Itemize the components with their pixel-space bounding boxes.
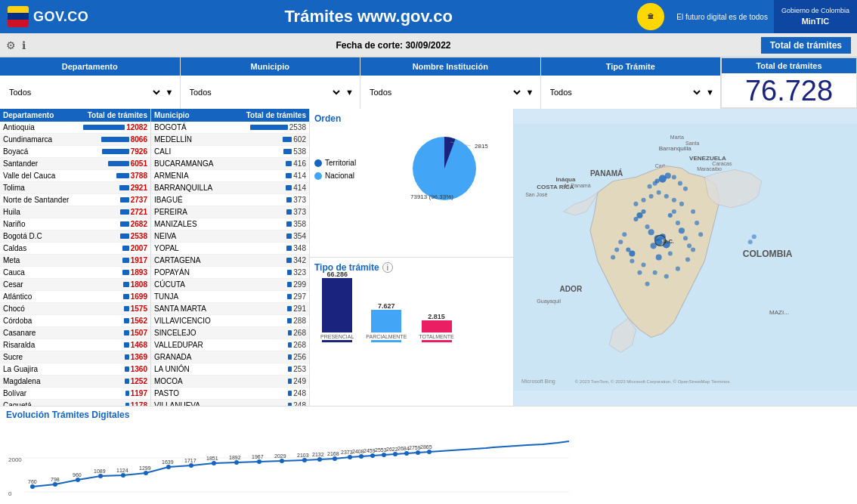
municipio-select[interactable]: Todos bbox=[187, 87, 343, 97]
table-row[interactable]: PASTO 248 bbox=[151, 388, 309, 400]
table-row[interactable]: Atlántico 1699 bbox=[0, 291, 150, 303]
dept-total: 2682 bbox=[77, 218, 150, 230]
table-row[interactable]: MANIZALES 358 bbox=[151, 218, 309, 230]
dropdown-arrow3: ▼ bbox=[526, 88, 534, 97]
info-circle-icon[interactable]: i bbox=[382, 262, 393, 273]
info-icon[interactable]: ℹ bbox=[22, 39, 26, 51]
svg-text:Ináqua: Ináqua bbox=[555, 176, 575, 183]
table-row[interactable]: GRANADA 256 bbox=[151, 351, 309, 363]
table-row[interactable]: Antioquia 12082 bbox=[0, 122, 150, 134]
svg-point-71 bbox=[752, 234, 756, 239]
fecha-corte: Fecha de corte: 30/09/2022 bbox=[32, 40, 755, 51]
table-row[interactable]: PEREIRA 373 bbox=[151, 206, 309, 218]
svg-text:1124: 1124 bbox=[116, 468, 128, 473]
table-row[interactable]: Sucre 1369 bbox=[0, 351, 150, 363]
dept-total: 7926 bbox=[77, 146, 150, 158]
svg-point-48 bbox=[657, 190, 661, 195]
table-row[interactable]: Risaralda 1468 bbox=[0, 339, 150, 351]
total-label: Total de trámites bbox=[722, 58, 856, 73]
table-row[interactable]: LA UNIÓN 253 bbox=[151, 363, 309, 376]
page-title: Trámites www.gov.co bbox=[106, 0, 631, 33]
dept-name: Chocó bbox=[0, 303, 77, 315]
total-col-header: Total de trámites bbox=[77, 109, 150, 122]
table-row[interactable]: MEDELLÍN 602 bbox=[151, 134, 309, 146]
table-row[interactable]: POPAYÁN 323 bbox=[151, 267, 309, 279]
table-row[interactable]: CÚCUTA 299 bbox=[151, 279, 309, 291]
svg-point-30 bbox=[672, 175, 676, 180]
svg-point-60 bbox=[641, 263, 645, 267]
table-row[interactable]: IBAGUÉ 373 bbox=[151, 194, 309, 206]
dept-col-header: Departamento bbox=[0, 109, 77, 122]
pie-chart: 2815 (3.67%) 73913 (96.33%) bbox=[399, 127, 490, 212]
dept-name: Nariño bbox=[0, 218, 77, 230]
mun-name: CARTAGENA bbox=[151, 255, 230, 267]
table-row[interactable]: MOCOA 249 bbox=[151, 376, 309, 388]
svg-text:© 2023 TomTom, © 2023 Microsof: © 2023 TomTom, © 2023 Microsoft Corporat… bbox=[575, 379, 730, 384]
table-row[interactable]: VALLEDUPAR 268 bbox=[151, 339, 309, 351]
table-row[interactable]: BUCARAMANGA 416 bbox=[151, 158, 309, 170]
table-row[interactable]: NEIVA 354 bbox=[151, 230, 309, 243]
table-row[interactable]: SINCELEJO 268 bbox=[151, 327, 309, 339]
dept-name: Bolívar bbox=[0, 388, 77, 400]
table-row[interactable]: VILLANUEVA 248 bbox=[151, 400, 309, 407]
evo-dot bbox=[317, 457, 322, 462]
table-row[interactable]: VILLAVICENCIO 288 bbox=[151, 315, 309, 327]
svg-text:1967: 1967 bbox=[252, 454, 264, 459]
svg-point-40 bbox=[687, 243, 691, 248]
table-row[interactable]: La Guajira 1360 bbox=[0, 363, 150, 376]
toolbar: ⚙ ℹ Fecha de corte: 30/09/2022 Total de … bbox=[0, 33, 857, 57]
mun-total: 288 bbox=[230, 315, 309, 327]
table-row[interactable]: Caquetá 1178 bbox=[0, 400, 150, 407]
table-row[interactable]: Córdoba 1562 bbox=[0, 315, 150, 327]
table-row[interactable]: Cundinamarca 8066 bbox=[0, 134, 150, 146]
table-row[interactable]: Tolima 2921 bbox=[0, 182, 150, 194]
institucion-select[interactable]: Todos bbox=[367, 87, 523, 97]
parcialmente-bar-group: 7.627 PARCIALMENTE bbox=[366, 302, 407, 342]
table-row[interactable]: CARTAGENA 342 bbox=[151, 255, 309, 267]
table-row[interactable]: Meta 1917 bbox=[0, 255, 150, 267]
svg-text:2029: 2029 bbox=[274, 453, 286, 459]
dept-name: Antioquia bbox=[0, 122, 77, 134]
table-row[interactable]: Magdalena 1252 bbox=[0, 376, 150, 388]
table-row[interactable]: TUNJA 297 bbox=[151, 291, 309, 303]
table-row[interactable]: YOPAL 348 bbox=[151, 243, 309, 255]
table-row[interactable]: Santander 6051 bbox=[0, 158, 150, 170]
mun-name: PASTO bbox=[151, 388, 230, 400]
dept-name: Boyacá bbox=[0, 146, 77, 158]
table-row[interactable]: BOGOTÁ 2538 bbox=[151, 122, 309, 134]
table-row[interactable]: ARMENIA 414 bbox=[151, 170, 309, 182]
dept-name: Valle del Cauca bbox=[0, 170, 77, 182]
evo-dot bbox=[234, 460, 239, 465]
dept-name: Meta bbox=[0, 255, 77, 267]
svg-text:760: 760 bbox=[28, 479, 37, 484]
table-row[interactable]: Huila 2721 bbox=[0, 206, 150, 218]
departamento-select[interactable]: Todos bbox=[6, 87, 162, 97]
upper-row: Departamento Total de trámites Antioquia… bbox=[0, 109, 857, 406]
table-row[interactable]: Caldas 2007 bbox=[0, 243, 150, 255]
filter-icon[interactable]: ⚙ bbox=[6, 39, 16, 51]
tipo-tramite-select[interactable]: Todos bbox=[547, 87, 704, 97]
svg-text:Barranquilla: Barranquilla bbox=[659, 145, 692, 152]
mun-total: 416 bbox=[230, 158, 309, 170]
table-row[interactable]: Bolívar 1197 bbox=[0, 388, 150, 400]
svg-text:1639: 1639 bbox=[162, 459, 174, 465]
dropdown-arrow2: ▼ bbox=[345, 88, 354, 97]
mun-data-table: Municipio Total de trámites BOGOTÁ 2538 … bbox=[151, 109, 309, 406]
table-row[interactable]: Boyacá 7926 bbox=[0, 146, 150, 158]
table-row[interactable]: Valle del Cauca 3788 bbox=[0, 170, 150, 182]
table-row[interactable]: SANTA MARTA 291 bbox=[151, 303, 309, 315]
svg-point-67 bbox=[653, 181, 657, 186]
table-row[interactable]: Nariño 2682 bbox=[0, 218, 150, 230]
table-row[interactable]: Cesar 1808 bbox=[0, 279, 150, 291]
table-row[interactable]: Norte de Santander 2737 bbox=[0, 194, 150, 206]
svg-text:960: 960 bbox=[73, 472, 82, 478]
table-row[interactable]: Bogotá D.C 2538 bbox=[0, 230, 150, 243]
table-row[interactable]: Cauca 1893 bbox=[0, 267, 150, 279]
svg-text:COLOMBIA: COLOMBIA bbox=[743, 249, 793, 260]
table-row[interactable]: Casanare 1507 bbox=[0, 327, 150, 339]
dept-data-table: Departamento Total de trámites Antioquia… bbox=[0, 109, 150, 406]
dept-total: 1507 bbox=[77, 327, 150, 339]
table-row[interactable]: BARRANQUILLA 414 bbox=[151, 182, 309, 194]
table-row[interactable]: Chocó 1575 bbox=[0, 303, 150, 315]
table-row[interactable]: CALI 538 bbox=[151, 146, 309, 158]
